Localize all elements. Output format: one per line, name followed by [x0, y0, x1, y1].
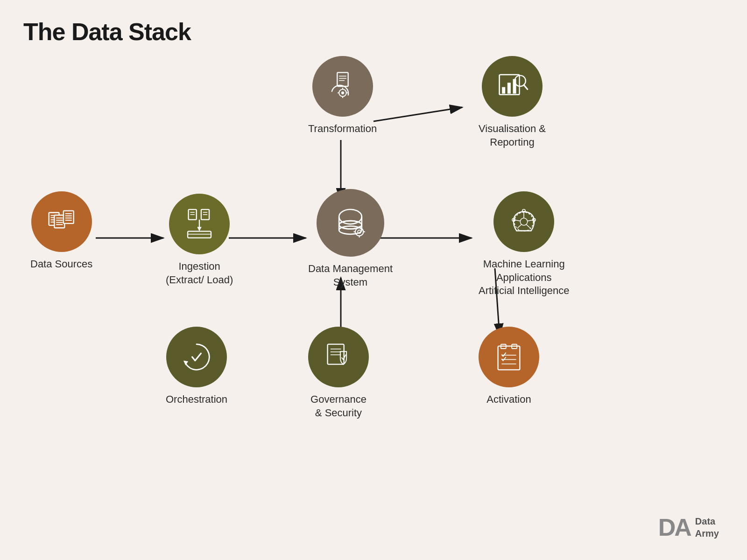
icon-ingestion [169, 194, 230, 254]
icon-ml-ai [493, 191, 554, 252]
label-ml-ai: Machine Learning Applications Artificial… [479, 258, 569, 298]
node-governance: Governance & Security [308, 327, 369, 420]
svg-line-69 [517, 224, 521, 228]
logo-letters: DA [658, 513, 691, 541]
label-data-sources: Data Sources [30, 258, 92, 271]
icon-activation [479, 327, 539, 387]
node-transformation: Transformation [308, 56, 377, 136]
label-ingestion: Ingestion (Extract/ Load) [166, 260, 233, 287]
node-orchestration: Orchestration [166, 327, 227, 406]
node-ml-ai: Machine Learning Applications Artificial… [479, 191, 569, 298]
svg-point-52 [341, 91, 344, 94]
svg-rect-75 [498, 346, 520, 370]
icon-data-sources [31, 191, 92, 252]
svg-rect-18 [63, 211, 74, 224]
svg-rect-47 [337, 72, 348, 86]
svg-line-5 [374, 107, 462, 121]
label-visualisation: Visualisation & Reporting [479, 122, 546, 149]
logo-name: Data Army [695, 515, 719, 539]
node-activation: Activation [479, 327, 539, 406]
svg-rect-61 [507, 83, 511, 93]
svg-rect-82 [328, 344, 344, 364]
svg-point-65 [520, 218, 528, 225]
svg-marker-81 [183, 361, 188, 365]
label-activation: Activation [486, 393, 531, 406]
node-ingestion: Ingestion (Extract/ Load) [166, 194, 233, 287]
label-orchestration: Orchestration [166, 393, 227, 406]
svg-rect-60 [502, 87, 505, 94]
icon-transformation [312, 56, 373, 117]
svg-marker-30 [197, 227, 201, 231]
page-title: The Data Stack [23, 18, 191, 46]
label-data-management: Data Management System [308, 262, 393, 289]
icon-orchestration [166, 327, 227, 387]
svg-line-64 [524, 85, 528, 89]
label-governance: Governance & Security [310, 393, 366, 420]
logo: DA Data Army [658, 513, 719, 541]
node-data-sources: Data Sources [30, 191, 92, 271]
label-transformation: Transformation [308, 122, 377, 136]
node-visualisation: Visualisation & Reporting [479, 56, 546, 149]
node-data-management: Data Management System [308, 189, 393, 289]
svg-line-70 [527, 224, 531, 228]
icon-data-management [317, 189, 384, 257]
svg-point-41 [355, 228, 363, 236]
icon-visualisation [482, 56, 543, 117]
icon-governance [308, 327, 369, 387]
